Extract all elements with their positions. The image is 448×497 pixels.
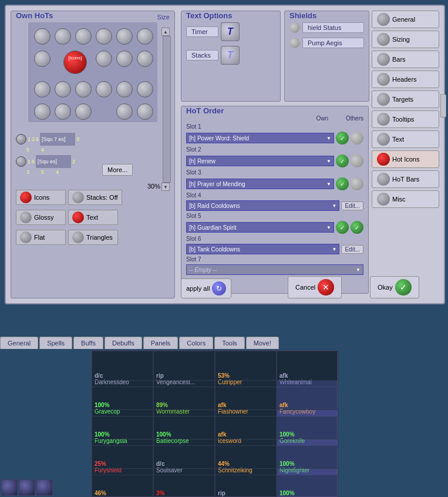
flat-toggle-btn[interactable]: Flat [16, 230, 66, 245]
hot-icon-20[interactable] [116, 103, 133, 120]
tab-buffs[interactable]: Buffs [73, 337, 103, 349]
hot-icon-2[interactable] [55, 28, 71, 45]
cell-status: d/c [95, 372, 150, 379]
slot-3-own-check[interactable]: ✓ [336, 177, 349, 190]
more-button[interactable]: More... [102, 164, 133, 176]
shield-status-check[interactable] [289, 22, 300, 33]
slot-6-dropdown[interactable]: [b] Tank Cooldowns ▼ [186, 244, 339, 254]
tab-general[interactable]: General [0, 337, 38, 349]
slot-5-own-check[interactable]: ✓ [336, 221, 349, 234]
tab-spells[interactable]: Spells [39, 337, 72, 349]
tab-move[interactable]: Move! [246, 337, 279, 349]
hot-icon-21[interactable] [137, 103, 153, 120]
icons-toggle-btn[interactable]: Icons [16, 190, 66, 205]
toggle-buttons-row-2: Glossy Text [16, 210, 171, 225]
tab-panels[interactable]: Panels [143, 337, 178, 349]
slot-3-dropdown[interactable]: [h] Prayer of Mending ▼ [186, 179, 334, 189]
nav-btn-misc[interactable]: Misc [372, 190, 439, 208]
bottom-icons [1, 479, 53, 496]
text-options-panel: Text Options Timer T Stacks T [181, 11, 281, 102]
slot-2-own-check[interactable]: ✓ [336, 155, 349, 167]
hot-icon-10[interactable] [137, 51, 153, 67]
hot-icon-19[interactable] [75, 103, 92, 120]
nav-btn-sizing[interactable]: Sizing [372, 31, 439, 48]
tiny-icon-1[interactable] [1, 479, 18, 496]
hot-icon-6[interactable] [137, 28, 153, 45]
tiny-icon-3[interactable] [36, 479, 53, 496]
pump-aegis-check[interactable] [289, 38, 300, 48]
nav-circle-text [377, 133, 390, 146]
slot-5-arrow: ▼ [326, 225, 331, 230]
slot-3-label: Slot 3 [181, 169, 368, 176]
preview-sub-1b: 4 [41, 147, 44, 153]
slot-row-1: [h] Power Word: Shield ▼ ✓ [181, 130, 368, 146]
slot-4-dropdown[interactable]: [b] Raid Cooldowns ▼ [186, 200, 339, 211]
scroll-track [163, 36, 171, 183]
slot-2-dropdown[interactable]: [h] Renew ▼ [186, 156, 334, 166]
tab-debuffs[interactable]: Debuffs [105, 337, 142, 349]
apply-all-label: apply all [186, 285, 210, 292]
slot-1-others-check[interactable] [351, 132, 363, 145]
preview-num-2c: 2 [72, 159, 75, 164]
nav-btn-hot-bars[interactable]: HoT Bars [372, 170, 439, 188]
hot-icon-1[interactable] [34, 28, 50, 45]
hot-icon-13[interactable] [75, 81, 92, 98]
nav-btn-text[interactable]: Text [372, 130, 439, 148]
hot-icon-17[interactable] [34, 103, 50, 120]
tab-tools[interactable]: Tools [214, 337, 245, 349]
scroll-up-btn[interactable]: ▲ [161, 28, 170, 36]
hot-icon-16[interactable] [137, 81, 153, 98]
triangles-toggle-btn[interactable]: Triangles [68, 230, 118, 245]
nav-btn-targets[interactable]: Targets [372, 90, 439, 108]
slot-6-arrow: ▼ [332, 247, 337, 252]
cell-status: 25% [95, 461, 150, 467]
nav-btn-general[interactable]: General [372, 11, 439, 28]
text-toggle-btn[interactable]: Text [68, 210, 118, 225]
hot-icon-4[interactable] [96, 28, 112, 45]
slot-4-edit-btn[interactable]: Edit... [341, 202, 363, 210]
hot-icon-7[interactable] [34, 51, 50, 67]
slot-6-label: Slot 6 [181, 235, 368, 243]
hot-icon-18[interactable] [55, 103, 71, 120]
preview-num-1b: 2 [32, 136, 35, 142]
grid-cell: 46%Shadowangel [92, 468, 153, 497]
slot-6-edit-btn[interactable]: Edit... [341, 245, 363, 254]
stacks-icon-btn[interactable]: T [221, 46, 240, 65]
nav-btn-hot-icons[interactable]: Hot Icons [372, 150, 439, 168]
pump-aegis-row: Pump Aegis [285, 35, 369, 51]
hot-icon-11[interactable] [34, 81, 50, 98]
okay-btn[interactable]: Okay ✓ [370, 276, 419, 298]
shields-panel: Shields hield Status Pump Aegis [284, 11, 369, 102]
cancel-btn[interactable]: Cancel ✕ [288, 276, 342, 298]
hot-icon-14[interactable] [96, 81, 112, 98]
hot-icon-8[interactable] [96, 51, 112, 67]
hot-icon-center-red[interactable] [63, 51, 87, 74]
tab-colors[interactable]: Colors [179, 337, 213, 349]
stacks-toggle-btn[interactable]: Stacks: Off [68, 190, 122, 205]
slot-1-own-check[interactable]: ✓ [336, 132, 349, 145]
apply-all-btn[interactable]: apply all ↻ [181, 278, 231, 298]
glossy-toggle-btn[interactable]: Glossy [16, 210, 66, 225]
hot-icon-15[interactable] [116, 81, 133, 98]
slot-5-label: Slot 5 [181, 212, 368, 220]
cell-status: 100% [279, 490, 335, 496]
slot-3-others-check[interactable] [351, 177, 363, 190]
hot-icon-9[interactable] [116, 51, 133, 67]
right-edge-tab[interactable] [440, 94, 446, 117]
nav-btn-bars[interactable]: Bars [372, 51, 439, 68]
nav-btn-headers[interactable]: Headers [372, 70, 439, 88]
slot-7-dropdown[interactable]: -- Empty -- ▼ [186, 264, 363, 275]
hot-icon-3[interactable] [75, 28, 92, 45]
tiny-icon-2[interactable] [19, 479, 35, 496]
slot-2-others-check[interactable] [351, 155, 363, 167]
cell-status: 100% [95, 431, 150, 438]
slot-5-dropdown[interactable]: [h] Guardian Spirit ▼ [186, 222, 334, 233]
hot-icon-12[interactable] [55, 81, 71, 98]
nav-btn-tooltips[interactable]: Tooltips [372, 110, 439, 128]
hot-icon-5[interactable] [116, 28, 133, 45]
slot-1-dropdown[interactable]: [h] Power Word: Shield ▼ [186, 133, 334, 143]
okay-label: Okay [378, 284, 393, 291]
slot-5-others-check[interactable]: ✓ [351, 221, 363, 234]
timer-icon-btn[interactable]: T [221, 22, 240, 41]
pump-aegis-label: Pump Aegis [302, 38, 364, 48]
